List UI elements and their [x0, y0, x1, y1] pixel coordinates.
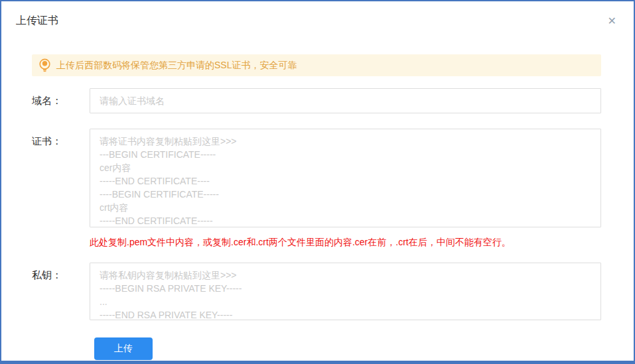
page-title: 上传证书: [16, 13, 58, 28]
private-key-label: 私钥：: [32, 263, 90, 282]
notice-banner: 上传后西部数码将保管您第三方申请的SSL证书，安全可靠: [32, 54, 601, 76]
upload-certificate-dialog: 上传证书 ✕ 上传后西部数码将保管您第三方申请的SSL证书，安全可靠 域名： 证…: [0, 0, 635, 364]
notice-text: 上传后西部数码将保管您第三方申请的SSL证书，安全可靠: [56, 60, 297, 72]
domain-label: 域名：: [32, 94, 90, 107]
lightbulb-icon: [38, 58, 51, 72]
private-key-textarea[interactable]: [90, 263, 601, 320]
dialog-header: 上传证书 ✕: [1, 1, 634, 29]
close-icon[interactable]: ✕: [604, 13, 620, 29]
domain-input[interactable]: [90, 88, 601, 113]
private-key-row: 私钥：: [1, 263, 601, 320]
button-row: 上传: [94, 337, 634, 360]
certificate-row: 证书：: [1, 129, 601, 227]
upload-button[interactable]: 上传: [94, 337, 153, 360]
domain-row: 域名：: [1, 88, 601, 113]
certificate-textarea[interactable]: [90, 129, 601, 227]
certificate-label: 证书：: [32, 129, 90, 148]
certificate-hint: 此处复制.pem文件中内容，或复制.cer和.crt两个文件里面的内容.cer在…: [90, 235, 601, 249]
